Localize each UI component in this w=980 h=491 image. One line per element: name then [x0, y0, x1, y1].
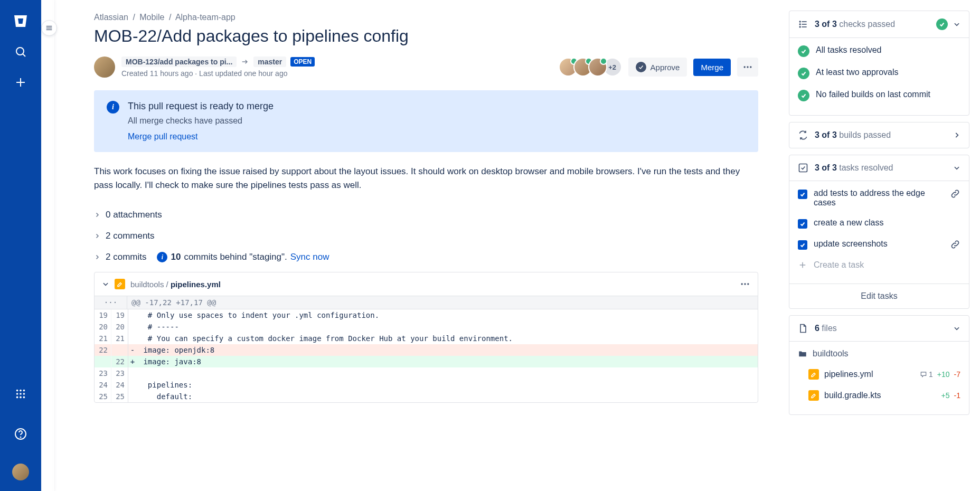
folder-row[interactable]: buildtools	[798, 344, 960, 364]
link-icon[interactable]	[950, 239, 960, 250]
chevron-right-icon	[94, 254, 100, 260]
pr-description: This work focuses on fixing the issue ra…	[94, 165, 758, 192]
diff-line[interactable]: 22- image: openjdk:8	[95, 344, 758, 356]
plus-icon	[798, 260, 807, 270]
link-icon[interactable]	[950, 188, 960, 199]
checks-panel-header[interactable]: 3 of 3 checks passed	[789, 11, 969, 37]
file-modified-icon	[115, 279, 125, 289]
tasks-panel-header[interactable]: 3 of 3 tasks resolved	[789, 155, 969, 181]
chevron-right-icon	[953, 131, 960, 139]
chevron-right-icon	[94, 233, 100, 239]
svg-point-7	[16, 393, 18, 395]
source-branch[interactable]: MOB-123/add packages to pi...	[121, 56, 237, 67]
author-avatar[interactable]	[94, 56, 115, 78]
svg-line-1	[23, 54, 25, 56]
diff-line[interactable]: 2020 # -----	[95, 321, 758, 333]
breadcrumb-org[interactable]: Atlassian	[94, 13, 128, 22]
file-modified-icon	[808, 390, 819, 401]
task-checkbox[interactable]	[798, 190, 807, 199]
commits-section-toggle[interactable]: 2 commits i 10 commits behind "staging".…	[94, 247, 758, 268]
diff-line[interactable]: 1919 # Only use spaces to indent your .y…	[95, 309, 758, 321]
pr-status-badge: OPEN	[290, 57, 315, 67]
folder-icon	[798, 349, 807, 358]
diff-line[interactable]: 2424 pipelines:	[95, 379, 758, 391]
svg-point-10	[16, 396, 18, 399]
task-item: update screenshots	[798, 234, 960, 255]
pr-content: Atlassian / Mobile / Alpha-team-app MOB-…	[41, 0, 785, 491]
diff-viewer: buildtools / pipelines.yml ··· @@ -17,22…	[94, 272, 758, 403]
svg-point-24	[747, 283, 749, 285]
svg-point-30	[799, 26, 800, 27]
task-item: add tests to address the edge cases	[798, 183, 960, 213]
svg-point-29	[799, 24, 800, 25]
check-item: At least two approvals	[798, 62, 960, 84]
profile-avatar[interactable]	[12, 464, 29, 480]
expand-hunk[interactable]: ···	[95, 296, 127, 309]
svg-point-9	[23, 393, 25, 395]
svg-point-28	[799, 21, 800, 22]
approve-button[interactable]: Approve	[628, 58, 687, 77]
comments-section-toggle[interactable]: 2 comments	[94, 225, 758, 247]
diff-more-actions[interactable]	[740, 279, 750, 289]
pr-timestamps: Created 11 hours ago · Last updated one …	[121, 69, 557, 78]
svg-point-22	[741, 283, 743, 285]
chevron-down-icon	[953, 164, 960, 172]
diff-line[interactable]: 2121 # You can specify a custom docker i…	[95, 333, 758, 344]
page-title: MOB-22/Add packages to pipelines config	[94, 26, 758, 46]
diff-line[interactable]: 2525 default:	[95, 391, 758, 402]
sidebar-collapse-toggle[interactable]	[41, 20, 57, 36]
breadcrumb-project[interactable]: Mobile	[139, 13, 164, 22]
banner-title: This pull request is ready to merge	[128, 101, 274, 112]
search-icon[interactable]	[10, 41, 31, 62]
task-item: create a new class	[798, 213, 960, 234]
create-icon[interactable]	[10, 72, 31, 93]
diff-hunk-header: ··· @@ -17,22 +17,17 @@	[95, 296, 758, 309]
create-task-input[interactable]: Create a task	[798, 255, 960, 275]
arrow-right-icon	[241, 58, 249, 66]
file-row[interactable]: build.gradle.kts+5-1	[798, 385, 960, 406]
breadcrumb-repo[interactable]: Alpha-team-app	[175, 13, 235, 22]
svg-point-0	[16, 48, 24, 55]
svg-point-20	[747, 66, 748, 68]
target-branch[interactable]: master	[253, 56, 286, 67]
chevron-down-icon	[953, 325, 960, 332]
svg-point-11	[20, 396, 22, 399]
attachments-section-toggle[interactable]: 0 attachments	[94, 204, 758, 225]
files-panel-header[interactable]: 6 files	[789, 316, 969, 341]
svg-rect-31	[799, 164, 807, 172]
apps-icon[interactable]	[10, 383, 31, 404]
info-icon: i	[107, 101, 119, 114]
svg-point-5	[20, 390, 22, 392]
info-icon: i	[157, 252, 167, 262]
chevron-right-icon	[94, 212, 100, 218]
diff-line[interactable]: 2323	[95, 367, 758, 379]
diff-line[interactable]: 22+ image: java:8	[95, 356, 758, 367]
builds-panel-header[interactable]: 3 of 3 builds passed	[789, 122, 969, 148]
edit-tasks-button[interactable]: Edit tasks	[789, 284, 969, 308]
help-icon[interactable]	[10, 423, 31, 445]
reviewer-avatar[interactable]	[588, 58, 607, 77]
sync-now-link[interactable]: Sync now	[290, 252, 329, 262]
comment-count: 1	[920, 370, 933, 379]
merge-ready-banner: i This pull request is ready to merge Al…	[94, 90, 758, 152]
banner-subtitle: All merge checks have passed	[128, 116, 274, 126]
success-check-icon	[798, 68, 809, 79]
diff-file-path[interactable]: buildtools / pipelines.yml	[130, 280, 221, 289]
svg-point-12	[23, 396, 25, 399]
svg-point-6	[23, 390, 25, 392]
chevron-down-icon	[953, 21, 960, 28]
more-actions-button[interactable]	[737, 58, 758, 77]
file-row[interactable]: pipelines.yml1+10-7	[798, 364, 960, 385]
check-item: All tasks resolved	[798, 40, 960, 62]
builds-icon	[798, 130, 808, 140]
tasks-icon	[798, 163, 808, 173]
bitbucket-logo[interactable]	[10, 11, 31, 32]
svg-point-8	[20, 393, 22, 395]
chevron-down-icon[interactable]	[102, 280, 109, 288]
task-checkbox[interactable]	[798, 219, 807, 229]
task-checkbox[interactable]	[798, 240, 807, 250]
svg-point-23	[744, 283, 746, 285]
success-check-icon	[936, 18, 948, 30]
banner-merge-link[interactable]: Merge pull request	[128, 132, 274, 141]
merge-button[interactable]: Merge	[693, 59, 731, 76]
